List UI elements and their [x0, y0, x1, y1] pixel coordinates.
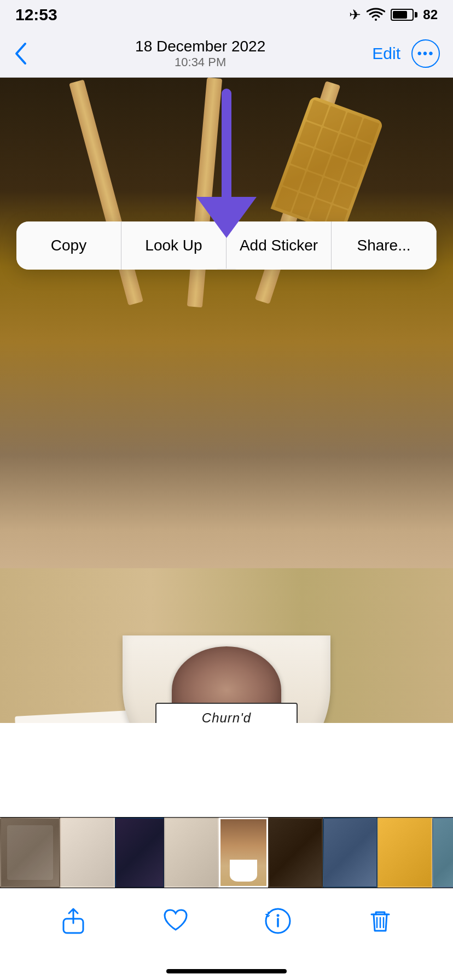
home-indicator [166, 969, 287, 973]
info-icon [264, 907, 292, 935]
thumbnail-2[interactable] [60, 818, 115, 888]
bottom-toolbar [0, 888, 453, 953]
battery-percent: 82 [423, 7, 438, 22]
thumbnail-4[interactable] [164, 818, 219, 888]
status-icons: ✈ 82 [349, 7, 438, 24]
bottom-white-space [0, 723, 453, 832]
thumbnail-3[interactable] [115, 818, 164, 888]
info-button[interactable] [259, 902, 297, 940]
status-bar: 12:53 ✈ 82 [0, 0, 453, 30]
nav-center: 18 December 2022 10:34 PM [135, 38, 265, 69]
heart-icon [161, 907, 190, 935]
wifi-icon [367, 8, 385, 22]
airplane-icon: ✈ [349, 7, 361, 24]
arrow-shaft [222, 89, 231, 198]
edit-button[interactable]: Edit [372, 44, 400, 63]
delete-button[interactable] [361, 902, 399, 940]
thumbnail-7[interactable] [323, 818, 378, 888]
nav-actions: Edit ••• [372, 39, 440, 68]
nav-subtitle: 10:34 PM [135, 55, 265, 69]
more-button[interactable]: ••• [411, 39, 440, 68]
share-icon [59, 907, 88, 935]
tutorial-arrow [196, 89, 257, 238]
context-menu-share[interactable]: Share... [332, 221, 437, 270]
thumbnail-5-active[interactable] [219, 818, 268, 888]
ellipsis-icon: ••• [417, 47, 434, 60]
context-menu-copy[interactable]: Copy [16, 221, 121, 270]
trash-icon [366, 907, 394, 935]
thumbnail-1[interactable] [0, 818, 60, 888]
battery-icon [391, 9, 417, 21]
nav-bar: 18 December 2022 10:34 PM Edit ••• [0, 30, 453, 78]
share-button[interactable] [54, 902, 92, 940]
arrow-head [196, 197, 257, 238]
status-time: 12:53 [15, 5, 57, 24]
nav-title: 18 December 2022 [135, 38, 265, 55]
stick-1 [69, 80, 143, 306]
menu-tail [217, 269, 236, 270]
svg-point-2 [276, 914, 279, 917]
thumbnail-6[interactable] [268, 818, 323, 888]
thumbnail-9[interactable] [432, 818, 453, 888]
thumbnail-strip [0, 817, 453, 888]
thumbnail-8[interactable] [378, 818, 432, 888]
favorite-button[interactable] [156, 902, 195, 940]
waffle-cone [271, 96, 384, 235]
back-button[interactable] [13, 40, 28, 67]
